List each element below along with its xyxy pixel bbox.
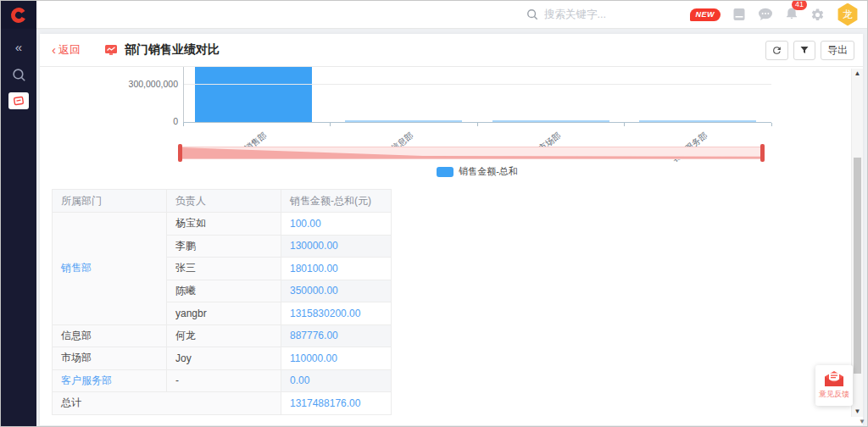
- dept-cell: 信息部: [53, 324, 167, 347]
- back-label: 返回: [58, 42, 81, 58]
- search-input[interactable]: [544, 8, 671, 20]
- refresh-button[interactable]: [765, 41, 788, 60]
- chart-legend[interactable]: 销售金额-总和: [183, 165, 771, 178]
- filter-icon: [799, 45, 810, 55]
- owner-cell: 杨宝如: [167, 213, 281, 236]
- y-axis: [183, 67, 184, 123]
- feedback-button[interactable]: 意见反馈: [815, 365, 853, 406]
- topbar-icons: NEW 41 龙: [690, 1, 860, 28]
- feedback-label: 意见反馈: [819, 389, 849, 400]
- amount-cell[interactable]: 100.00: [281, 213, 392, 236]
- owner-cell: yangbr: [167, 302, 281, 325]
- dept-link-sales[interactable]: 销售部: [53, 213, 167, 325]
- page-title: 部门销售业绩对比: [125, 42, 220, 58]
- bar-service-dept[interactable]: [639, 120, 756, 122]
- owner-cell: -: [167, 369, 281, 392]
- table-header-row: 所属部门 负责人 销售金额-总和(元): [53, 190, 392, 213]
- report-header: ‹ 返回 部门销售业绩对比: [40, 34, 863, 67]
- notifications[interactable]: 41: [785, 6, 798, 24]
- bar-market-dept[interactable]: [492, 120, 609, 122]
- summary-table: 所属部门 负责人 销售金额-总和(元) 销售部 杨宝如 100.00 李鹏 13…: [52, 189, 392, 415]
- amount-cell[interactable]: 130000.00: [281, 235, 392, 258]
- filter-button[interactable]: [793, 41, 815, 60]
- bar-chart: 300,000,000 0 销售部 信息部 市场部 客户服务部: [40, 67, 863, 190]
- bi-report-icon: [13, 96, 25, 106]
- dept-cell: 市场部: [53, 347, 167, 370]
- table-row: 市场部 Joy 110000.00: [53, 347, 392, 370]
- table-row: 客户服务部 - 0.00: [53, 369, 392, 392]
- avatar[interactable]: 龙: [837, 3, 859, 26]
- table-row: 销售部 杨宝如 100.00: [53, 213, 392, 236]
- scroll-up-icon[interactable]: ▲: [852, 69, 863, 77]
- owner-cell: 张三: [167, 258, 281, 280]
- col-header-owner: 负责人: [167, 190, 281, 213]
- amount-cell[interactable]: 0.00: [281, 369, 392, 392]
- total-amount-cell[interactable]: 1317488176.00: [281, 392, 392, 415]
- owner-cell: 何龙: [167, 324, 281, 347]
- back-button[interactable]: ‹ 返回: [52, 42, 81, 58]
- logo-c-icon: [10, 7, 27, 24]
- scrollbar-thumb[interactable]: [854, 158, 861, 374]
- col-header-dept: 所属部门: [53, 190, 167, 213]
- table-row: 信息部 何龙 887776.00: [53, 324, 392, 347]
- scroll-down-icon[interactable]: ▼: [852, 408, 863, 415]
- legend-label: 销售金额-总和: [459, 165, 518, 178]
- new-badge[interactable]: NEW: [690, 8, 721, 21]
- datazoom-left-handle[interactable]: [178, 144, 182, 162]
- amount-cell[interactable]: 1315830200.00: [281, 302, 392, 325]
- search-icon: [526, 8, 538, 20]
- notification-count-badge: 41: [792, 0, 807, 10]
- sidebar-search-icon[interactable]: [12, 68, 26, 82]
- datazoom-right-handle[interactable]: [760, 144, 765, 162]
- gear-icon[interactable]: [810, 8, 825, 22]
- topbar: NEW 41 龙: [1, 1, 867, 29]
- vertical-scrollbar[interactable]: ▲ ▼: [851, 69, 863, 417]
- app-logo[interactable]: [1, 1, 36, 29]
- envelope-icon: [824, 371, 844, 387]
- bar-sales-dept[interactable]: [195, 67, 312, 122]
- bar-info-dept[interactable]: [345, 120, 462, 122]
- global-search[interactable]: [526, 1, 671, 28]
- gridline: [183, 84, 771, 85]
- report-type-icon: [104, 44, 118, 56]
- y-tick-label: 0: [119, 116, 178, 126]
- owner-cell: Joy: [167, 347, 281, 370]
- collapse-sidebar-icon[interactable]: «: [15, 41, 22, 53]
- total-label-cell: 总计: [53, 392, 281, 415]
- datazoom-slider[interactable]: [180, 147, 763, 159]
- col-header-amount: 销售金额-总和(元): [281, 190, 392, 213]
- chat-icon[interactable]: [758, 8, 773, 21]
- owner-cell: 李鹏: [167, 235, 281, 258]
- sidebar-item-bi-report[interactable]: [8, 92, 29, 109]
- amount-cell[interactable]: 350000.00: [281, 280, 392, 302]
- table-total-row: 总计 1317488176.00: [53, 392, 392, 415]
- datazoom-preview: [181, 147, 762, 158]
- refresh-icon: [771, 45, 782, 56]
- corner-scroll-icon: ▼: [859, 418, 865, 425]
- notebook-icon[interactable]: [732, 8, 746, 21]
- app-window: NEW 41 龙 «: [0, 0, 868, 427]
- export-button[interactable]: 导出: [821, 41, 854, 60]
- dept-link-customer-service[interactable]: 客户服务部: [53, 369, 167, 392]
- owner-cell: 陈曦: [167, 280, 281, 302]
- y-tick-label: 300,000,000: [119, 79, 178, 89]
- legend-swatch: [437, 167, 453, 177]
- report-card: ‹ 返回 部门销售业绩对比: [40, 34, 863, 425]
- sidebar: «: [1, 29, 36, 426]
- chevron-left-icon: ‹: [52, 43, 56, 56]
- amount-cell[interactable]: 180100.00: [281, 258, 392, 280]
- amount-cell[interactable]: 887776.00: [281, 324, 392, 347]
- amount-cell[interactable]: 110000.00: [281, 347, 392, 370]
